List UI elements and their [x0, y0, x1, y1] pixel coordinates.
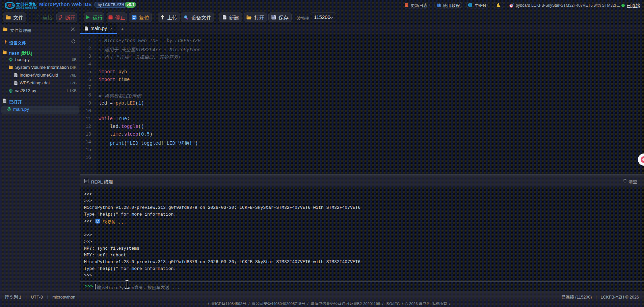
svg-text:立创开发板: 立创开发板	[16, 1, 37, 7]
svg-text:WWW.LCKFB.COM: WWW.LCKFB.COM	[16, 7, 37, 9]
svg-text:SC: SC	[11, 4, 16, 7]
